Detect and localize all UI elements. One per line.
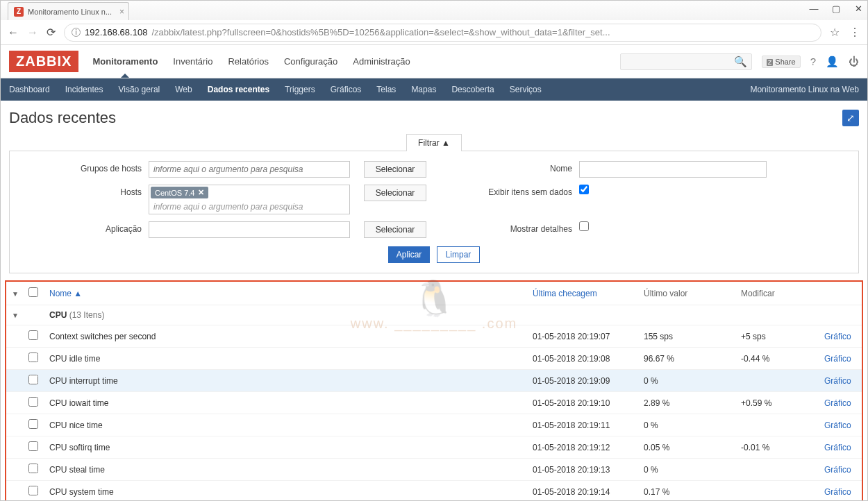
table-row: CPU steal time01-05-2018 20:19:130 %Gráf… bbox=[6, 459, 862, 481]
graph-link[interactable]: Gráfico bbox=[824, 332, 851, 341]
cell-last-value: 155 sps bbox=[640, 325, 737, 348]
input-nome[interactable] bbox=[579, 161, 767, 178]
cell-last-value: 0.17 % bbox=[640, 481, 737, 501]
row-checkbox[interactable] bbox=[28, 464, 38, 473]
reset-button[interactable]: Limpar bbox=[437, 246, 481, 263]
graph-link[interactable]: Gráfico bbox=[824, 398, 851, 408]
graph-link[interactable]: Gráfico bbox=[824, 443, 851, 452]
favicon-icon: Z bbox=[14, 7, 24, 17]
power-icon[interactable]: ⏻ bbox=[849, 56, 859, 67]
cell-last-value: 96.67 % bbox=[640, 348, 737, 370]
row-checkbox[interactable] bbox=[28, 330, 38, 340]
remove-tag-icon[interactable]: ✕ bbox=[198, 188, 204, 197]
address-bar: ← → ⟳ i 192.168.68.108 /zabbix/latest.ph… bbox=[1, 20, 867, 45]
close-icon[interactable]: × bbox=[119, 7, 124, 17]
row-checkbox[interactable] bbox=[28, 419, 38, 429]
maximize-icon[interactable]: ▢ bbox=[831, 3, 841, 14]
table-row: CPU interrupt time01-05-2018 20:19:090 %… bbox=[6, 370, 862, 392]
page-content: ZABBIX Monitoramento Inventário Relatóri… bbox=[1, 45, 867, 500]
url-input[interactable]: i 192.168.68.108 /zabbix/latest.php?full… bbox=[64, 24, 821, 42]
browser-window: Z Monitoramento Linux n... × — ▢ ✕ ← → ⟳… bbox=[0, 0, 868, 501]
label-hosts: Hosts bbox=[31, 185, 142, 197]
row-checkbox[interactable] bbox=[28, 353, 38, 362]
menu-administracao[interactable]: Administração bbox=[353, 56, 410, 67]
menu-relatorios[interactable]: Relatórios bbox=[228, 56, 269, 67]
cell-change bbox=[737, 414, 820, 436]
cell-change: +0.59 % bbox=[737, 392, 820, 414]
menu-monitoramento[interactable]: Monitoramento bbox=[92, 56, 158, 67]
cell-name: CPU idle time bbox=[45, 348, 528, 370]
top-nav: ZABBIX Monitoramento Inventário Relatóri… bbox=[1, 45, 867, 78]
sub-nav: Dashboard Incidentes Visão geral Web Dad… bbox=[1, 78, 867, 101]
graph-link[interactable]: Gráfico bbox=[824, 465, 851, 475]
subnav-dados-recentes[interactable]: Dados recentes bbox=[208, 85, 269, 94]
help-icon[interactable]: ? bbox=[810, 56, 816, 67]
minimize-icon[interactable]: — bbox=[809, 3, 819, 14]
cell-last-value: 0 % bbox=[640, 414, 737, 436]
back-icon[interactable]: ← bbox=[8, 26, 19, 39]
menu-icon[interactable]: ⋮ bbox=[849, 26, 860, 39]
header-nome[interactable]: Nome ▲ bbox=[49, 289, 82, 298]
subnav-servicos[interactable]: Serviços bbox=[510, 85, 542, 94]
group-name: CPU bbox=[49, 310, 67, 320]
label-exibir-sem-dados: Exibir itens sem dados bbox=[433, 185, 572, 197]
group-collapse-icon[interactable]: ▼ bbox=[10, 312, 20, 319]
cell-name: Context switches per second bbox=[45, 325, 528, 348]
search-input[interactable]: 🔍 bbox=[620, 53, 752, 70]
bookmark-icon[interactable]: ☆ bbox=[830, 26, 840, 39]
graph-link[interactable]: Gráfico bbox=[824, 376, 851, 386]
subnav-web[interactable]: Web bbox=[175, 85, 192, 94]
select-grupos-button[interactable]: Selecionar bbox=[364, 161, 426, 178]
graph-link[interactable]: Gráfico bbox=[824, 421, 851, 430]
zabbix-logo[interactable]: ZABBIX bbox=[9, 51, 78, 72]
apply-button[interactable]: Aplicar bbox=[388, 246, 431, 263]
row-checkbox[interactable] bbox=[28, 375, 38, 384]
graph-link[interactable]: Gráfico bbox=[824, 487, 851, 497]
cell-last-check: 01-05-2018 20:19:13 bbox=[528, 459, 640, 481]
checkbox-exibir-sem-dados[interactable] bbox=[579, 185, 589, 194]
table-row: CPU softirq time01-05-2018 20:19:120.05 … bbox=[6, 436, 862, 459]
subnav-mapas[interactable]: Mapas bbox=[411, 85, 436, 94]
subnav-visao-geral[interactable]: Visão geral bbox=[118, 85, 160, 94]
select-all-checkbox[interactable] bbox=[28, 287, 38, 297]
subnav-descoberta[interactable]: Descoberta bbox=[451, 85, 494, 94]
browser-tab[interactable]: Z Monitoramento Linux n... × bbox=[8, 2, 129, 20]
input-grupos[interactable] bbox=[149, 161, 350, 178]
input-hosts[interactable]: CentOS 7.4✕ informe aqui o argumento par… bbox=[149, 185, 350, 214]
row-checkbox[interactable] bbox=[28, 397, 38, 407]
forward-icon[interactable]: → bbox=[27, 26, 38, 39]
cell-change bbox=[737, 481, 820, 501]
user-icon[interactable]: 👤 bbox=[826, 56, 839, 68]
table-group-row[interactable]: ▼CPU (13 Itens) bbox=[6, 305, 862, 325]
cell-last-check: 01-05-2018 20:19:12 bbox=[528, 436, 640, 459]
host-tag[interactable]: CentOS 7.4✕ bbox=[151, 187, 208, 198]
collapse-all-icon[interactable]: ▼ bbox=[10, 290, 20, 298]
select-hosts-button[interactable]: Selecionar bbox=[364, 185, 426, 201]
subnav-incidentes[interactable]: Incidentes bbox=[65, 85, 103, 94]
menu-configuracao[interactable]: Configuração bbox=[284, 56, 337, 67]
reload-icon[interactable]: ⟳ bbox=[47, 26, 56, 39]
host-tag-label: CentOS 7.4 bbox=[155, 189, 194, 197]
share-button[interactable]: ZShare bbox=[762, 56, 801, 68]
close-window-icon[interactable]: ✕ bbox=[853, 3, 863, 14]
graph-link[interactable]: Gráfico bbox=[824, 354, 851, 364]
filter-tab[interactable]: Filtrar ▲ bbox=[406, 134, 462, 151]
subnav-telas[interactable]: Telas bbox=[376, 85, 396, 94]
table-row: Context switches per second01-05-2018 20… bbox=[6, 325, 862, 348]
subnav-dashboard[interactable]: Dashboard bbox=[9, 85, 50, 94]
row-checkbox[interactable] bbox=[28, 441, 38, 451]
header-ultimo-valor: Último valor bbox=[644, 289, 687, 298]
subnav-graficos[interactable]: Gráficos bbox=[331, 85, 362, 94]
cell-last-check: 01-05-2018 20:19:11 bbox=[528, 414, 640, 436]
menu-inventario[interactable]: Inventário bbox=[173, 56, 212, 67]
cell-last-value: 0.05 % bbox=[640, 436, 737, 459]
select-aplicacao-button[interactable]: Selecionar bbox=[364, 221, 426, 238]
subnav-triggers[interactable]: Triggers bbox=[285, 85, 315, 94]
cell-name: CPU softirq time bbox=[45, 436, 528, 459]
header-ultima-checagem[interactable]: Última checagem bbox=[533, 289, 597, 298]
fullscreen-button[interactable]: ⤢ bbox=[842, 110, 859, 126]
checkbox-mostrar-detalhes[interactable] bbox=[579, 221, 589, 231]
label-aplicacao: Aplicação bbox=[31, 221, 142, 234]
input-aplicacao[interactable] bbox=[149, 221, 350, 238]
row-checkbox[interactable] bbox=[28, 486, 38, 495]
